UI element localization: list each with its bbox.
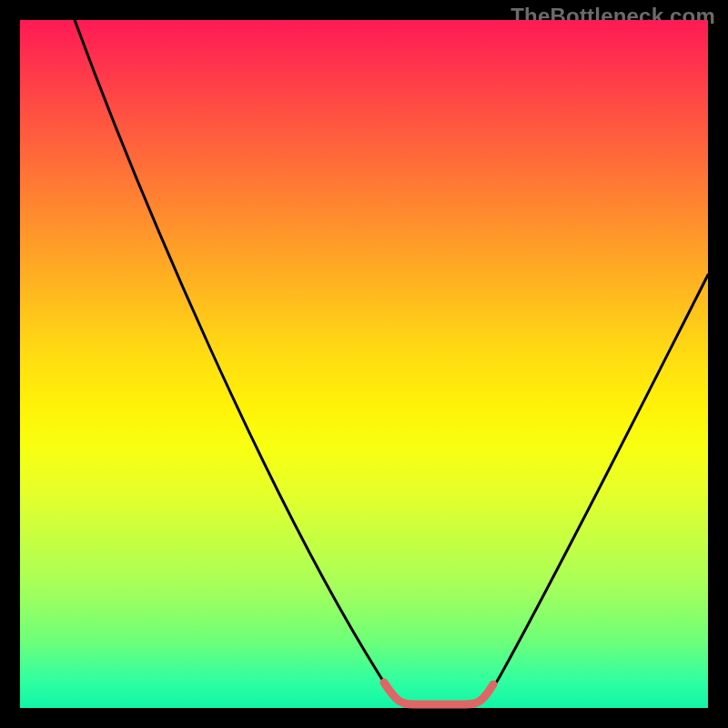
- chart-stage: TheBottleneck.com: [0, 0, 728, 728]
- curve-svg: [20, 20, 708, 708]
- bottleneck-curve: [75, 20, 708, 704]
- plot-area: [20, 20, 708, 708]
- trough-highlight: [384, 682, 493, 704]
